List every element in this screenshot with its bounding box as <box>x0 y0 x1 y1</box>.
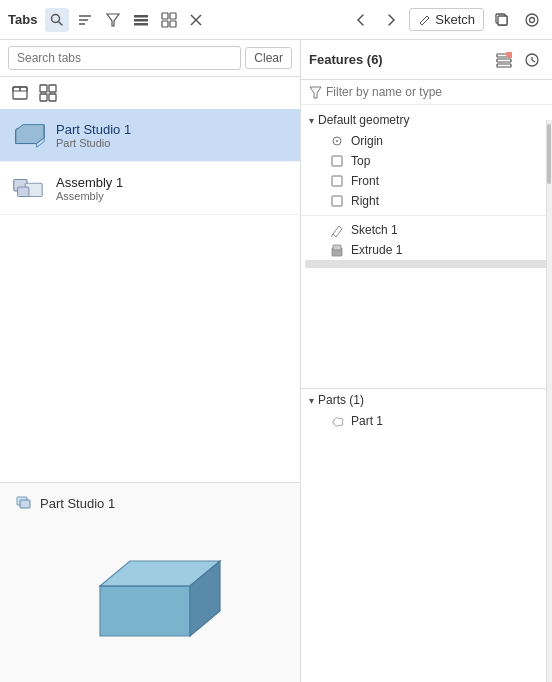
svg-marker-36 <box>100 586 190 636</box>
feature-tree: ▾ Default geometry Origin <box>301 105 552 682</box>
horizontal-scrollbar[interactable] <box>305 260 548 268</box>
clock-button[interactable] <box>520 48 544 72</box>
tab-icon-button-1[interactable] <box>8 81 32 105</box>
svg-rect-11 <box>162 21 168 27</box>
extrude1-label: Extrude 1 <box>351 243 402 257</box>
plane-front-icon <box>329 175 345 187</box>
chevron-down-parts-icon: ▾ <box>309 395 314 406</box>
preview-canvas <box>16 521 284 670</box>
tab-item-info-assembly: Assembly 1 Assembly <box>56 175 123 202</box>
tab-item-icon <box>10 117 46 153</box>
search-input[interactable] <box>8 46 241 70</box>
sketch1-label: Sketch 1 <box>351 223 398 237</box>
tree-item-sketch1[interactable]: Sketch 1 <box>301 220 552 240</box>
back-icon <box>353 12 369 28</box>
svg-rect-25 <box>40 85 47 92</box>
tab-item-assembly-1[interactable]: Assembly 1 Assembly <box>0 162 300 215</box>
svg-line-54 <box>331 234 333 237</box>
clock-icon <box>524 52 540 68</box>
svg-point-50 <box>336 140 338 142</box>
front-label: Front <box>351 174 379 188</box>
filter-button[interactable] <box>101 8 125 32</box>
right-label: Right <box>351 194 379 208</box>
tab-list-icon <box>11 84 29 102</box>
preview-title: Part Studio 1 <box>16 495 115 511</box>
svg-line-1 <box>59 21 63 25</box>
tab-grid-icon <box>39 84 57 102</box>
tree-item-top[interactable]: Top <box>301 151 552 171</box>
3d-preview-box <box>70 531 230 661</box>
sketch-icon <box>329 224 345 237</box>
clear-button[interactable]: Clear <box>245 47 292 69</box>
copy-button[interactable] <box>490 8 514 32</box>
tabs-label: Tabs <box>8 12 37 27</box>
svg-line-16 <box>427 16 429 18</box>
parts-group[interactable]: ▾ Parts (1) <box>301 389 552 411</box>
tree-item-extrude1[interactable]: Extrude 1 <box>301 240 552 260</box>
assembly-icon <box>10 169 46 207</box>
top-label: Top <box>351 154 370 168</box>
tab-item-part-studio-1[interactable]: Part Studio 1 Part Studio <box>0 109 300 162</box>
sort-button[interactable] <box>73 8 97 32</box>
origin-label: Origin <box>351 134 383 148</box>
pencil-icon <box>418 13 431 26</box>
svg-rect-53 <box>332 196 342 206</box>
part-studio-icon <box>10 116 46 154</box>
default-geometry-label: Default geometry <box>318 113 409 127</box>
preview-panel: Part Studio 1 <box>0 482 300 682</box>
svg-point-21 <box>530 17 535 22</box>
tab-item-info: Part Studio 1 Part Studio <box>56 122 131 149</box>
tab-item-type: Part Studio <box>56 137 131 149</box>
tree-item-part1[interactable]: Part 1 <box>301 411 552 431</box>
part-icon <box>329 415 345 428</box>
copy-icon <box>494 12 510 28</box>
tab-icons-row <box>0 77 300 109</box>
svg-rect-27 <box>40 94 47 101</box>
settings-button[interactable] <box>520 8 544 32</box>
tab-item-name-assembly: Assembly 1 <box>56 175 123 190</box>
close-button[interactable] <box>185 9 207 31</box>
features-title: Features (6) <box>309 52 488 67</box>
tab-item-type-assembly: Assembly <box>56 190 123 202</box>
filter-input[interactable] <box>326 85 544 99</box>
parts-label: Parts (1) <box>318 393 364 407</box>
top-toolbar: Tabs <box>0 0 552 40</box>
list-icon <box>133 12 149 28</box>
tree-item-origin[interactable]: Origin <box>301 131 552 151</box>
svg-rect-6 <box>134 15 148 18</box>
settings-icon <box>524 12 540 28</box>
svg-rect-35 <box>20 500 30 508</box>
feature-list-icon <box>496 52 512 68</box>
right-scrollbar-track <box>546 120 552 682</box>
sketch-button[interactable]: Sketch <box>409 8 484 31</box>
tab-icon-button-2[interactable] <box>36 81 60 105</box>
svg-rect-10 <box>170 13 176 19</box>
grid-icon <box>161 12 177 28</box>
search-bar: Clear <box>0 40 300 77</box>
toolbar-right: Sketch <box>349 8 544 32</box>
svg-rect-8 <box>134 23 148 26</box>
svg-rect-33 <box>18 187 29 196</box>
right-scrollbar-thumb[interactable] <box>547 124 551 184</box>
tree-item-front[interactable]: Front <box>301 171 552 191</box>
search-button[interactable] <box>45 8 69 32</box>
svg-line-15 <box>420 23 422 25</box>
left-panel: Clear <box>0 40 301 682</box>
grid-view-button[interactable] <box>157 8 181 32</box>
tree-item-right[interactable]: Right <box>301 191 552 211</box>
extrude-icon <box>329 244 345 257</box>
right-panel: Features (6) <box>301 40 552 682</box>
forward-button[interactable] <box>379 8 403 32</box>
back-button[interactable] <box>349 8 373 32</box>
default-geometry-group[interactable]: ▾ Default geometry <box>301 109 552 131</box>
list-view-button[interactable] <box>129 8 153 32</box>
svg-line-47 <box>532 60 535 62</box>
tab-item-icon <box>10 170 46 206</box>
feature-list-button[interactable] <box>492 48 516 72</box>
filter-bar <box>301 80 552 105</box>
svg-rect-7 <box>134 19 148 22</box>
svg-rect-43 <box>497 64 511 67</box>
search-icon <box>49 12 65 28</box>
svg-rect-42 <box>497 59 511 62</box>
svg-rect-26 <box>49 85 56 92</box>
